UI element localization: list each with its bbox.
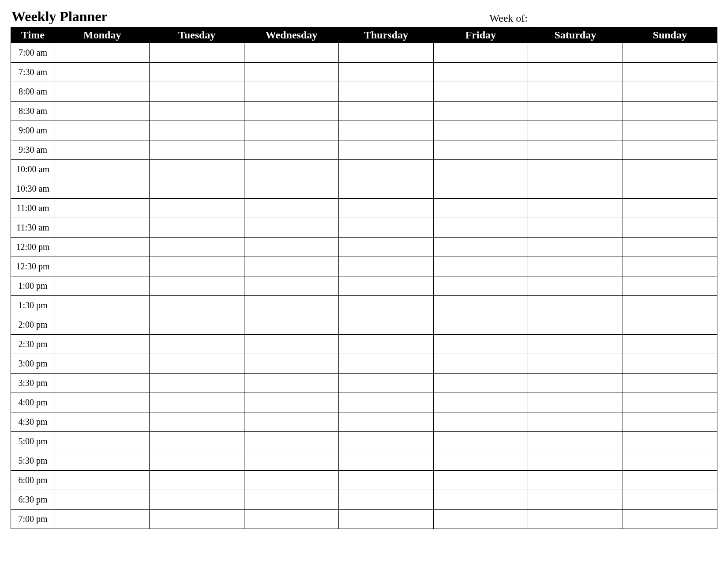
planner-cell-input[interactable]	[249, 510, 334, 529]
planner-cell-input[interactable]	[343, 121, 428, 140]
planner-cell[interactable]	[150, 257, 244, 276]
planner-cell[interactable]	[55, 412, 150, 432]
planner-cell[interactable]	[339, 276, 433, 296]
planner-cell[interactable]	[623, 451, 717, 471]
planner-cell[interactable]	[528, 354, 623, 374]
planner-cell[interactable]	[244, 412, 338, 432]
planner-cell-input[interactable]	[154, 238, 239, 257]
planner-cell[interactable]	[623, 63, 717, 82]
planner-cell[interactable]	[339, 335, 433, 354]
planner-cell[interactable]	[339, 510, 433, 529]
planner-cell-input[interactable]	[627, 490, 713, 509]
planner-cell-input[interactable]	[154, 199, 239, 218]
planner-cell-input[interactable]	[343, 238, 428, 257]
planner-cell[interactable]	[623, 490, 717, 510]
planner-cell-input[interactable]	[60, 471, 145, 490]
planner-cell[interactable]	[55, 471, 150, 490]
planner-cell[interactable]	[244, 490, 338, 510]
planner-cell[interactable]	[244, 238, 338, 257]
planner-cell[interactable]	[623, 218, 717, 238]
planner-cell-input[interactable]	[627, 238, 713, 257]
planner-cell[interactable]	[339, 102, 433, 121]
planner-cell[interactable]	[623, 43, 717, 63]
planner-cell-input[interactable]	[533, 199, 618, 218]
planner-cell-input[interactable]	[60, 121, 145, 140]
planner-cell[interactable]	[528, 238, 623, 257]
planner-cell-input[interactable]	[154, 354, 239, 373]
planner-cell-input[interactable]	[249, 471, 334, 490]
planner-cell[interactable]	[623, 121, 717, 140]
planner-cell[interactable]	[623, 199, 717, 218]
planner-cell-input[interactable]	[60, 296, 145, 315]
planner-cell-input[interactable]	[533, 276, 618, 295]
planner-cell[interactable]	[339, 374, 433, 393]
planner-cell[interactable]	[528, 451, 623, 471]
planner-cell[interactable]	[339, 218, 433, 238]
planner-cell[interactable]	[623, 315, 717, 335]
planner-cell-input[interactable]	[249, 374, 334, 393]
planner-cell[interactable]	[150, 451, 244, 471]
planner-cell[interactable]	[150, 276, 244, 296]
planner-cell-input[interactable]	[438, 121, 523, 140]
planner-cell-input[interactable]	[249, 432, 334, 451]
planner-cell-input[interactable]	[533, 121, 618, 140]
planner-cell-input[interactable]	[249, 315, 334, 334]
planner-cell[interactable]	[433, 374, 528, 393]
planner-cell[interactable]	[528, 393, 623, 412]
planner-cell-input[interactable]	[533, 510, 618, 529]
planner-cell-input[interactable]	[533, 374, 618, 393]
planner-cell[interactable]	[244, 43, 338, 63]
planner-cell-input[interactable]	[533, 238, 618, 257]
planner-cell-input[interactable]	[60, 510, 145, 529]
planner-cell-input[interactable]	[343, 276, 428, 295]
planner-cell[interactable]	[623, 471, 717, 490]
planner-cell[interactable]	[339, 315, 433, 335]
planner-cell[interactable]	[244, 471, 338, 490]
planner-cell-input[interactable]	[627, 102, 713, 121]
planner-cell[interactable]	[150, 471, 244, 490]
planner-cell[interactable]	[339, 432, 433, 451]
planner-cell-input[interactable]	[60, 102, 145, 121]
planner-cell-input[interactable]	[533, 296, 618, 315]
planner-cell-input[interactable]	[154, 451, 239, 470]
planner-cell[interactable]	[528, 315, 623, 335]
planner-cell-input[interactable]	[343, 199, 428, 218]
planner-cell-input[interactable]	[627, 315, 713, 334]
planner-cell[interactable]	[339, 257, 433, 276]
planner-cell[interactable]	[150, 510, 244, 529]
planner-cell[interactable]	[623, 432, 717, 451]
planner-cell-input[interactable]	[154, 160, 239, 179]
planner-cell-input[interactable]	[343, 335, 428, 354]
planner-cell-input[interactable]	[249, 160, 334, 179]
planner-cell-input[interactable]	[627, 82, 713, 101]
planner-cell[interactable]	[55, 199, 150, 218]
planner-cell-input[interactable]	[533, 102, 618, 121]
planner-cell-input[interactable]	[627, 160, 713, 179]
planner-cell[interactable]	[244, 140, 338, 160]
planner-cell[interactable]	[339, 179, 433, 199]
planner-cell[interactable]	[528, 63, 623, 82]
planner-cell-input[interactable]	[249, 179, 334, 198]
planner-cell[interactable]	[623, 393, 717, 412]
planner-cell-input[interactable]	[343, 160, 428, 179]
planner-cell[interactable]	[55, 374, 150, 393]
planner-cell[interactable]	[150, 412, 244, 432]
planner-cell[interactable]	[528, 140, 623, 160]
planner-cell-input[interactable]	[249, 276, 334, 295]
planner-cell-input[interactable]	[533, 63, 618, 82]
planner-cell[interactable]	[150, 218, 244, 238]
planner-cell-input[interactable]	[438, 43, 523, 62]
planner-cell-input[interactable]	[154, 140, 239, 159]
planner-cell-input[interactable]	[60, 179, 145, 198]
planner-cell-input[interactable]	[533, 179, 618, 198]
planner-cell[interactable]	[433, 296, 528, 315]
planner-cell[interactable]	[244, 374, 338, 393]
planner-cell[interactable]	[433, 102, 528, 121]
planner-cell[interactable]	[528, 257, 623, 276]
planner-cell-input[interactable]	[249, 218, 334, 237]
planner-cell-input[interactable]	[533, 432, 618, 451]
planner-cell[interactable]	[623, 510, 717, 529]
planner-cell[interactable]	[244, 315, 338, 335]
planner-cell[interactable]	[528, 218, 623, 238]
planner-cell[interactable]	[623, 160, 717, 179]
